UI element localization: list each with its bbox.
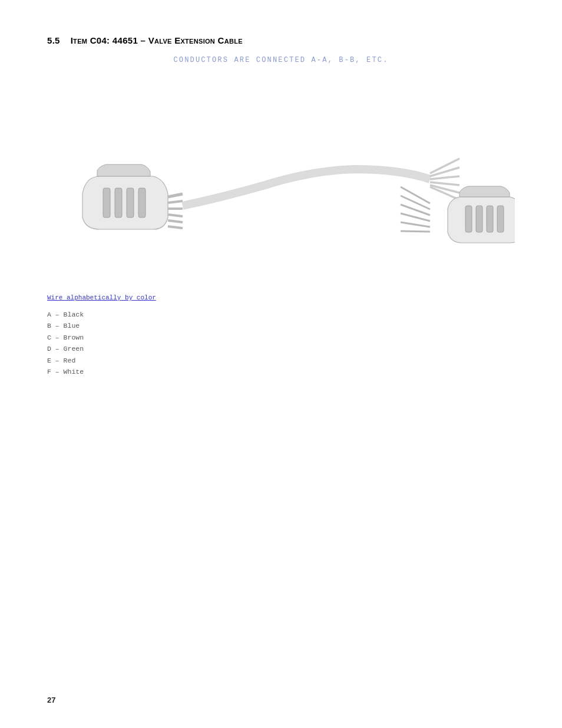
svg-rect-2 [127,188,134,218]
svg-rect-17 [476,206,482,232]
svg-line-20 [401,187,430,203]
subtitle-text: Conductors are connected A-A, B-B, etc. [47,56,515,64]
left-connector [82,164,183,229]
svg-rect-1 [115,188,122,218]
color-list-item: E – Red [47,355,515,367]
svg-line-12 [430,176,459,179]
wire-alphabetically-link[interactable]: Wire alphabetically by color [47,293,515,303]
color-list-item: D – Green [47,343,515,355]
svg-line-25 [401,231,430,232]
svg-line-13 [430,182,459,185]
color-list-item: C – Brown [47,332,515,344]
svg-line-23 [401,213,430,221]
color-list: A – BlackB – BlueC – BrownD – GreenE – R… [47,309,515,378]
svg-line-24 [401,222,430,227]
color-list-item: F – White [47,366,515,378]
svg-line-22 [401,205,430,215]
cable-svg [47,82,515,282]
svg-rect-16 [465,206,472,232]
svg-rect-0 [103,188,110,218]
page: 5.5 Item C04: 44651 – Valve Extension Ca… [0,0,562,728]
section-number: 5.5 [47,35,60,45]
svg-line-7 [168,215,183,216]
svg-line-9 [168,226,183,228]
right-connector [448,186,515,243]
svg-line-8 [168,220,183,222]
section-heading: 5.5 Item C04: 44651 – Valve Extension Ca… [47,35,515,45]
right-wire-fingers [401,187,430,232]
color-list-item: A – Black [47,309,515,321]
svg-line-21 [401,196,430,209]
svg-rect-18 [487,206,493,232]
page-number: 27 [47,696,55,704]
cable-diagram [47,82,515,282]
svg-line-5 [168,201,183,203]
wire-info-section: Wire alphabetically by color A – BlackB … [47,293,515,378]
svg-line-4 [168,194,183,197]
section-title: Item C04: 44651 – Valve Extension Cable [71,35,243,45]
color-list-item: B – Blue [47,320,515,332]
svg-rect-3 [138,188,146,218]
svg-rect-19 [497,206,504,232]
